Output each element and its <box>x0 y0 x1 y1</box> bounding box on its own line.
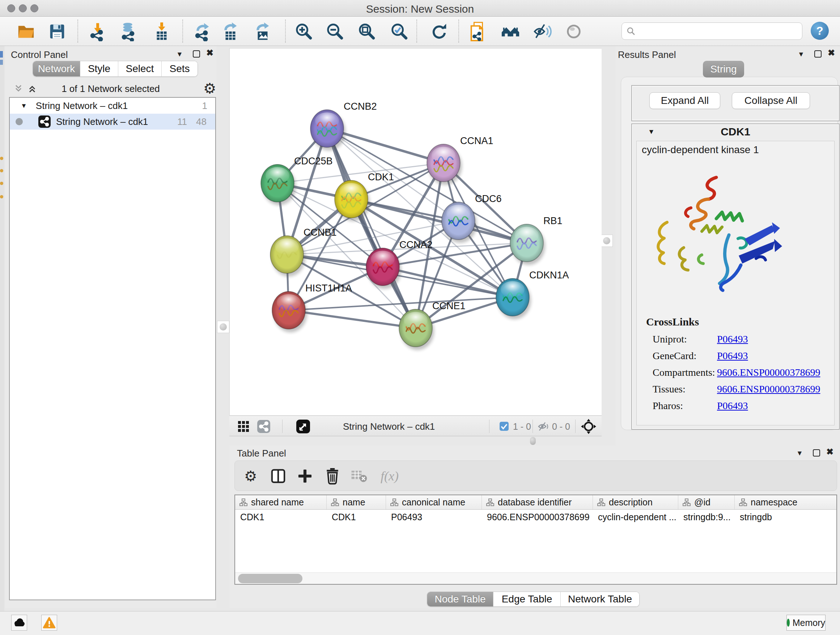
network-row-label: String Network – cdk1 <box>56 116 148 127</box>
zoom-out-icon[interactable] <box>325 21 346 42</box>
network-collection-row[interactable]: ▼ String Network – cdk1 1 <box>10 98 215 114</box>
tab-style[interactable]: Style <box>80 61 118 76</box>
network-node-CDKN1A[interactable] <box>496 279 531 319</box>
control-panel-close-icon[interactable]: ✖ <box>206 49 213 57</box>
table-panel-close-icon[interactable]: ✖ <box>826 448 834 455</box>
network-node-CCNA2[interactable] <box>366 248 401 289</box>
selected-checkbox-icon[interactable] <box>499 421 509 431</box>
table-gear-icon[interactable]: ⚙ <box>240 466 261 486</box>
network-row[interactable]: String Network – cdk1 11 48 <box>10 114 215 130</box>
network-node-CDC6[interactable] <box>442 202 477 243</box>
glass-effect-icon[interactable] <box>532 21 553 42</box>
function-builder-icon[interactable]: f(x) <box>379 466 400 486</box>
delete-table-icon[interactable] <box>349 466 369 486</box>
column-header[interactable]: namespace <box>735 495 837 509</box>
open-session-icon[interactable] <box>16 21 36 42</box>
preview-orb-icon[interactable] <box>563 21 584 42</box>
network-node-CCNE1[interactable] <box>399 309 434 350</box>
tab-edge-table[interactable]: Edge Table <box>493 592 561 606</box>
table-panel-float-icon[interactable] <box>813 449 820 456</box>
crosslink-link[interactable]: P06493 <box>717 333 748 345</box>
network-node-CCNB2[interactable] <box>310 110 346 150</box>
export-image-icon[interactable] <box>252 21 273 42</box>
results-panel-close-icon[interactable]: ✖ <box>828 49 835 57</box>
network-options-gear-icon[interactable]: ⚙ <box>203 81 216 96</box>
network-node-RB1[interactable] <box>510 224 545 265</box>
tab-node-table[interactable]: Node Table <box>427 592 493 606</box>
show-columns-icon[interactable] <box>268 466 288 486</box>
import-table-icon[interactable] <box>151 21 172 42</box>
open-in-new-window-icon[interactable] <box>296 419 310 434</box>
tab-sets[interactable]: Sets <box>161 61 197 76</box>
crosslink-link[interactable]: P06493 <box>717 400 748 412</box>
control-panel-collapse-icon[interactable]: ▼ <box>176 50 183 58</box>
help-button[interactable]: ? <box>811 22 829 40</box>
table-hscrollbar-thumb[interactable] <box>238 574 302 583</box>
toolbar-separator <box>77 19 78 43</box>
tab-network-table[interactable]: Network Table <box>561 592 639 606</box>
grid-mode-icon[interactable] <box>237 420 249 432</box>
column-header[interactable]: name <box>327 495 386 509</box>
cloud-button[interactable] <box>11 615 27 631</box>
right-splitter-handle[interactable] <box>600 234 613 247</box>
network-edge[interactable] <box>383 267 513 297</box>
hidden-eye-icon[interactable] <box>538 421 549 432</box>
network-node-CCNA1[interactable] <box>427 144 462 185</box>
memory-button[interactable]: Memory <box>786 615 826 631</box>
import-network-icon[interactable] <box>87 21 108 42</box>
column-header[interactable]: shared name <box>235 495 327 509</box>
left-splitter-handle[interactable] <box>217 321 229 333</box>
network-node-CDK1[interactable] <box>335 180 370 221</box>
zoom-in-icon[interactable] <box>294 21 314 42</box>
cloud-icon <box>13 618 25 627</box>
control-panel-float-icon[interactable] <box>193 50 200 57</box>
save-session-icon[interactable] <box>47 21 68 42</box>
zoom-fit-icon[interactable] <box>356 21 377 42</box>
crosslink-link[interactable]: 9606.ENSP00000378699 <box>717 383 820 395</box>
import-database-icon[interactable] <box>118 21 139 42</box>
network-node-CDC25B[interactable] <box>261 165 296 205</box>
toolbar-separator <box>285 19 286 43</box>
search-field[interactable] <box>622 22 802 40</box>
results-panel-float-icon[interactable] <box>814 50 821 57</box>
collapse-all-button[interactable]: Collapse All <box>732 92 810 109</box>
crosshair-icon[interactable] <box>581 419 596 434</box>
zoom-selected-icon[interactable] <box>389 21 410 42</box>
refresh-icon[interactable] <box>429 21 450 42</box>
table-hscrollbar[interactable] <box>235 572 836 584</box>
string-query-icon[interactable] <box>468 21 489 42</box>
toolbar-separator <box>416 19 417 43</box>
warnings-button[interactable] <box>41 615 57 631</box>
column-header[interactable]: description <box>593 495 678 509</box>
network-view[interactable]: CDK1CCNB2CCNA1CDC25BCDC6RB1CCNB1CCNA2CDK… <box>229 48 602 416</box>
delete-column-icon[interactable] <box>322 466 343 486</box>
birdseye-view-icon[interactable] <box>257 420 271 433</box>
node-table[interactable]: shared name name canonical name database… <box>234 494 837 585</box>
network-node-HIST1H1A[interactable] <box>272 291 307 333</box>
crosslink-link[interactable]: P06493 <box>717 350 748 362</box>
table-row[interactable]: CDK1 CDK1 P06493 9606.ENSP00000378699 cy… <box>235 510 836 524</box>
protein-entry-card: ▼ CDK1 cyclin-dependent kinase 1 <box>631 124 840 430</box>
tab-string[interactable]: String <box>703 61 744 78</box>
export-network-icon[interactable] <box>192 21 213 42</box>
add-column-icon[interactable] <box>295 466 315 486</box>
network-edge[interactable] <box>289 310 416 328</box>
column-header[interactable]: @id <box>678 495 735 509</box>
table-panel-collapse-icon[interactable]: ▼ <box>796 449 803 457</box>
expand-all-button[interactable]: Expand All <box>649 92 720 109</box>
crosslink-link[interactable]: 9606.ENSP00000378699 <box>717 367 820 378</box>
tab-select[interactable]: Select <box>118 61 161 76</box>
cell-description: cyclin-dependent ... <box>593 510 678 524</box>
bottom-splitter-handle[interactable] <box>530 437 536 445</box>
collection-expand-icon[interactable]: ▼ <box>21 102 27 110</box>
export-table-icon[interactable] <box>220 21 241 42</box>
column-header[interactable]: database identifier <box>482 495 593 509</box>
network-node-label: CCNA1 <box>460 135 493 146</box>
column-header[interactable]: canonical name <box>386 495 482 509</box>
results-panel-collapse-icon[interactable]: ▼ <box>798 50 805 58</box>
search-input[interactable] <box>636 26 795 36</box>
string-home-icon[interactable] <box>500 21 521 42</box>
view-toolbar-separator <box>282 420 283 433</box>
cell-name: CDK1 <box>327 510 386 524</box>
tab-network[interactable]: Network <box>33 61 80 76</box>
